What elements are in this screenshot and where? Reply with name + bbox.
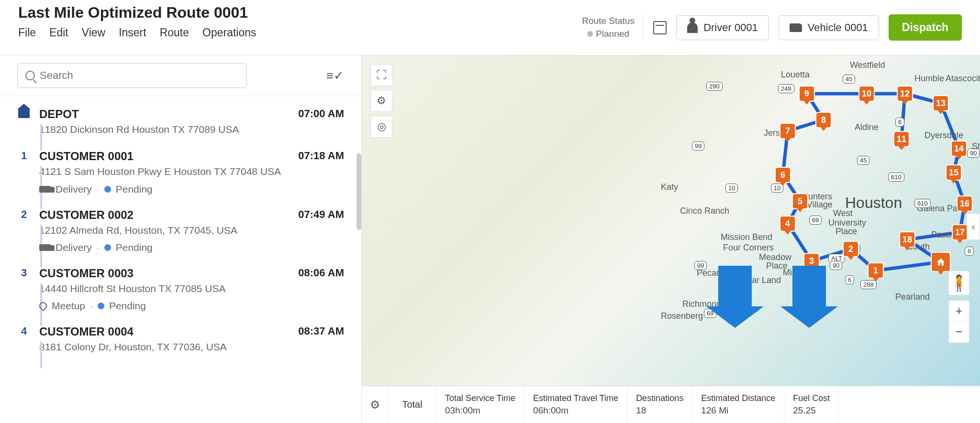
map-marker[interactable]: 14 (951, 141, 967, 157)
road-shield: 6 (895, 118, 904, 127)
stop-address: 8181 Colony Dr, Houston, TX 77036, USA (39, 340, 290, 354)
stop-time: 07:00 AM (298, 108, 344, 136)
road-shield: 10 (725, 184, 738, 193)
stop-title: CUSTOMER 0002 (39, 208, 290, 222)
place-label: Louetta (781, 70, 810, 80)
truck-icon (39, 186, 51, 193)
zoom-in-button[interactable]: + (949, 301, 969, 322)
stop-item[interactable]: 3CUSTOMER 000314440 Hillcroft St Houston… (17, 260, 344, 318)
road-shield: 45 (843, 75, 855, 84)
search-box[interactable] (17, 63, 247, 88)
stop-meta: Meetup·Pending (39, 300, 290, 312)
map-marker[interactable]: 12 (897, 86, 913, 102)
menu-edit[interactable]: Edit (49, 26, 68, 39)
stop-address: 4121 S Sam Houston Pkwy E Houston TX 770… (39, 165, 290, 178)
map-marker[interactable]: 2 (843, 241, 859, 257)
map-marker[interactable]: 17 (952, 224, 968, 240)
zoom-controls: + − (948, 300, 969, 343)
stat-column: Fuel Cost25.25 (784, 386, 839, 423)
place-label: Four Corners (723, 243, 774, 253)
place-label: Place (835, 227, 857, 237)
stop-time: 08:37 AM (298, 325, 344, 354)
pin-icon (38, 301, 49, 312)
map-marker[interactable]: 10 (858, 86, 875, 102)
place-label: Aldine (855, 122, 879, 132)
map-marker[interactable]: 5 (792, 193, 808, 209)
place-label: Humble (914, 74, 944, 84)
search-input[interactable] (40, 69, 239, 82)
place-label: Katy (661, 182, 678, 192)
stop-address: 14440 Hillcroft St Houston TX 77085 USA (39, 282, 290, 295)
stop-item[interactable]: 1CUSTOMER 00014121 S Sam Houston Pkwy E … (17, 143, 344, 201)
page-title: Last Mile Optimized Route 0001 (18, 4, 582, 22)
search-icon (25, 71, 35, 80)
stop-item[interactable]: 4CUSTOMER 00048181 Colony Dr, Houston, T… (17, 318, 344, 360)
arrow-annotation-icon (792, 266, 826, 309)
place-label: Mission Bend (721, 232, 772, 242)
status-dot-icon (104, 244, 111, 251)
map-marker[interactable]: 7 (780, 123, 796, 139)
road-shield: 90 (967, 149, 980, 158)
stats-gear-icon[interactable]: ⚙ (362, 386, 389, 423)
road-shield: 99 (694, 261, 707, 270)
collapse-panel-button[interactable]: ‹ (967, 213, 980, 240)
road-shield: 8 (965, 247, 974, 256)
place-label: Atascocita (946, 74, 980, 84)
vehicle-selector[interactable]: Vehicle 0001 (779, 15, 879, 40)
map-marker[interactable]: 11 (893, 131, 910, 147)
place-label: Village (807, 200, 833, 210)
fullscreen-icon[interactable]: ⛶ (370, 64, 392, 86)
road-shield: 610 (914, 199, 931, 208)
menu-file[interactable]: File (18, 26, 36, 39)
depot-marker[interactable] (931, 252, 951, 272)
gear-icon[interactable]: ⚙ (370, 90, 392, 112)
arrow-annotation-icon (718, 266, 752, 309)
main-menu: FileEditViewInsertRouteOperations (18, 26, 582, 39)
road-shield: 249 (778, 84, 794, 93)
status-dot-icon (104, 186, 111, 193)
stop-item[interactable]: 2CUSTOMER 000212102 Almeda Rd, Houston, … (17, 202, 344, 260)
place-label: West (833, 208, 853, 218)
road-shield: 290 (706, 82, 723, 91)
car-icon (790, 23, 802, 32)
stat-column: Destinations18 (627, 386, 692, 423)
map-marker[interactable]: 13 (933, 95, 949, 111)
map-marker[interactable]: 16 (957, 195, 973, 212)
driver-selector[interactable]: Driver 0001 (676, 15, 769, 40)
stops-list[interactable]: DEPOT11820 Dickinson Rd Houston TX 77089… (0, 96, 361, 423)
dispatch-button[interactable]: Dispatch (889, 14, 962, 41)
pegman-icon[interactable]: 🧍 (948, 271, 969, 295)
calendar-icon[interactable] (653, 21, 667, 34)
map-marker[interactable]: 15 (946, 164, 962, 181)
menu-insert[interactable]: Insert (119, 26, 146, 39)
menu-route[interactable]: Route (160, 26, 189, 39)
stop-time: 08:06 AM (298, 267, 344, 312)
stop-title: DEPOT (39, 108, 290, 121)
map-marker[interactable]: 4 (780, 216, 796, 232)
stop-item[interactable]: DEPOT11820 Dickinson Rd Houston TX 77089… (17, 101, 344, 143)
place-label: Westfield (850, 60, 885, 70)
route-status: Route Status Planned (582, 15, 644, 40)
scrollbar[interactable] (356, 153, 361, 230)
stop-time: 07:18 AM (298, 150, 344, 195)
map-marker[interactable]: 8 (815, 112, 832, 128)
map-marker[interactable]: 6 (775, 167, 791, 183)
map[interactable]: Houston WestfieldLouettaHuffmanHumbleAta… (362, 55, 980, 423)
stop-meta: Delivery·Pending (39, 242, 290, 253)
target-icon[interactable]: ◎ (370, 116, 392, 138)
zoom-out-button[interactable]: − (949, 322, 969, 343)
sort-icon[interactable]: ≡✓ (326, 68, 344, 83)
person-icon (687, 22, 698, 33)
menu-operations[interactable]: Operations (202, 26, 256, 39)
road-shield: 45 (857, 156, 869, 165)
map-marker[interactable]: 18 (899, 231, 915, 248)
stop-title: CUSTOMER 0003 (39, 267, 290, 280)
menu-view[interactable]: View (82, 26, 105, 39)
map-marker[interactable]: 1 (868, 262, 884, 279)
road-shield: 6 (845, 275, 854, 284)
stop-address: 12102 Almeda Rd, Houston, TX 77045, USA (39, 224, 290, 237)
status-dot-icon (98, 303, 104, 309)
map-marker[interactable]: 9 (799, 86, 815, 102)
stats-bar: ⚙ Total Total Service Time03h:00mEstimat… (362, 386, 980, 423)
truck-icon (39, 244, 51, 251)
